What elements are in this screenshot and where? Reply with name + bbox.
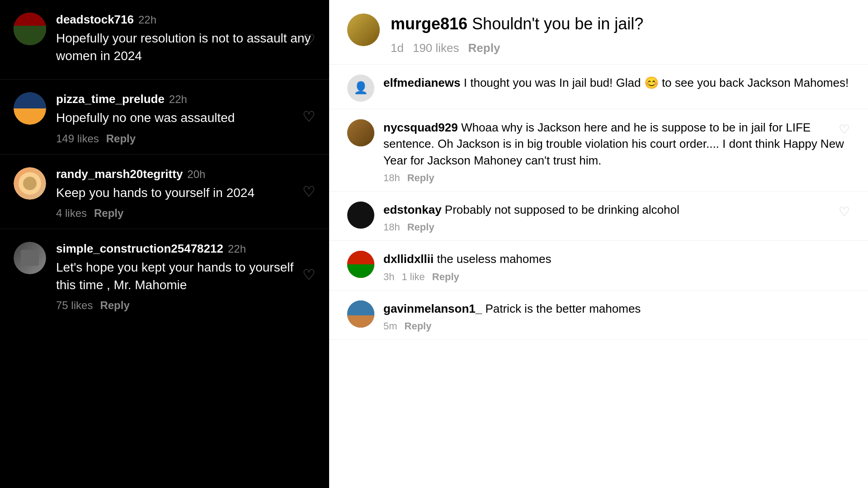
reply-button[interactable]: Reply	[432, 271, 459, 283]
reply-text: nycsquad929 Whoaa why is Jackson here an…	[383, 119, 850, 169]
main-username: murge816	[391, 14, 467, 33]
reply-button[interactable]: Reply	[106, 132, 136, 145]
likes-count: 75 likes	[56, 299, 93, 312]
username: simple_construction25478212	[56, 242, 223, 256]
like-icon[interactable]: ♡	[302, 266, 316, 283]
reply-avatar	[347, 119, 374, 146]
avatar	[14, 167, 46, 200]
timestamp: 22h	[169, 93, 187, 106]
like-icon[interactable]: ♡	[839, 122, 850, 137]
comment-text: Let's hope you kept your hands to yourse…	[56, 258, 316, 294]
reply-button[interactable]: Reply	[407, 221, 434, 233]
avatar	[14, 92, 46, 125]
meta-timestamp: 1d	[391, 41, 404, 55]
comment-item: simple_construction25478212 22h Let's ho…	[0, 229, 329, 321]
reply-content: dxllidxllii the useless mahomes 3h 1 lik…	[383, 251, 850, 282]
reply-body: Probably not supposed to be drinking alc…	[445, 203, 679, 216]
reply-content: gavinmelanson1_ Patrick is the better ma…	[383, 300, 850, 332]
reply-text: gavinmelanson1_ Patrick is the better ma…	[383, 300, 850, 317]
reply-button[interactable]: Reply	[100, 299, 129, 312]
reply-likes: 1 like	[401, 271, 425, 283]
main-comment-content: murge816 Shouldn't you be in jail? 1d 19…	[391, 14, 850, 55]
reply-content: nycsquad929 Whoaa why is Jackson here an…	[383, 119, 850, 184]
timestamp: 22h	[138, 14, 156, 26]
reply-avatar	[347, 251, 374, 278]
reply-timestamp: 18h	[383, 221, 400, 233]
reply-comment: gavinmelanson1_ Patrick is the better ma…	[329, 291, 868, 340]
reply-comment: edstonkay Probably not supposed to be dr…	[329, 192, 868, 241]
comment-content: pizza_time_prelude 22h Hopefully no one …	[56, 92, 316, 145]
username: deadstock716	[56, 13, 134, 27]
reply-username: dxllidxllii	[383, 252, 434, 266]
main-comment-text: murge816 Shouldn't you be in jail?	[391, 14, 850, 35]
comment-content: simple_construction25478212 22h Let's ho…	[56, 242, 316, 312]
meta-likes: 190 likes	[413, 41, 459, 55]
reply-content: elfmedianews I thought you was In jail b…	[383, 75, 850, 91]
comment-content: deadstock716 22h Hopefully your resoluti…	[56, 13, 316, 70]
like-icon[interactable]: ♡	[302, 31, 316, 48]
username: randy_marsh20tegritty	[56, 167, 183, 181]
reply-comment: 👤 elfmedianews I thought you was In jail…	[329, 65, 868, 109]
timestamp: 20h	[187, 168, 205, 181]
reply-content: edstonkay Probably not supposed to be dr…	[383, 202, 850, 233]
main-comment-body: Shouldn't you be in jail?	[472, 14, 643, 33]
reply-button[interactable]: Reply	[405, 320, 432, 332]
like-icon[interactable]: ♡	[302, 108, 316, 125]
comment-text: Hopefully your resolution is not to assa…	[56, 29, 316, 65]
like-icon[interactable]: ♡	[302, 183, 316, 200]
timestamp: 22h	[228, 243, 246, 255]
likes-count: 149 likes	[56, 132, 99, 145]
reply-section: 👤 elfmedianews I thought you was In jail…	[329, 65, 868, 488]
comment-content: randy_marsh20tegritty 20h Keep you hands…	[56, 167, 316, 220]
reply-body: the useless mahomes	[437, 252, 551, 266]
comment-text: Hopefully no one was assaulted	[56, 109, 316, 127]
left-comments-panel: deadstock716 22h Hopefully your resoluti…	[0, 0, 329, 488]
reply-timestamp: 5m	[383, 320, 397, 332]
reply-button[interactable]: Reply	[407, 172, 434, 184]
likes-count: 4 likes	[56, 207, 87, 220]
reply-username: nycsquad929	[383, 121, 458, 134]
reply-button[interactable]: Reply	[468, 41, 500, 55]
like-icon[interactable]: ♡	[839, 204, 850, 219]
reply-username: edstonkay	[383, 203, 442, 216]
reply-comment: dxllidxllii the useless mahomes 3h 1 lik…	[329, 241, 868, 290]
reply-body: Patrick is the better mahomes	[485, 302, 641, 315]
reply-username: elfmedianews	[383, 76, 461, 89]
main-avatar	[347, 14, 380, 46]
comment-item: randy_marsh20tegritty 20h Keep you hands…	[0, 155, 329, 229]
right-comments-panel: murge816 Shouldn't you be in jail? 1d 19…	[329, 0, 868, 488]
reply-text: elfmedianews I thought you was In jail b…	[383, 75, 850, 91]
reply-comment: nycsquad929 Whoaa why is Jackson here an…	[329, 109, 868, 192]
username: pizza_time_prelude	[56, 92, 165, 106]
reply-username: gavinmelanson1_	[383, 302, 482, 315]
reply-text: edstonkay Probably not supposed to be dr…	[383, 202, 850, 218]
reply-avatar	[347, 202, 374, 229]
reply-body: I thought you was In jail bud! Glad 😊 to…	[464, 76, 849, 89]
reply-avatar	[347, 300, 374, 328]
reply-avatar: 👤	[347, 75, 374, 102]
reply-text: dxllidxllii the useless mahomes	[383, 251, 850, 267]
main-comment: murge816 Shouldn't you be in jail? 1d 19…	[329, 0, 868, 65]
comment-item: deadstock716 22h Hopefully your resoluti…	[0, 0, 329, 80]
comment-text: Keep you hands to yourself in 2024	[56, 184, 316, 202]
avatar	[14, 242, 46, 274]
reply-button[interactable]: Reply	[94, 207, 123, 220]
reply-timestamp: 18h	[383, 172, 400, 184]
reply-timestamp: 3h	[383, 271, 394, 283]
avatar	[14, 13, 46, 45]
comment-item: pizza_time_prelude 22h Hopefully no one …	[0, 80, 329, 154]
